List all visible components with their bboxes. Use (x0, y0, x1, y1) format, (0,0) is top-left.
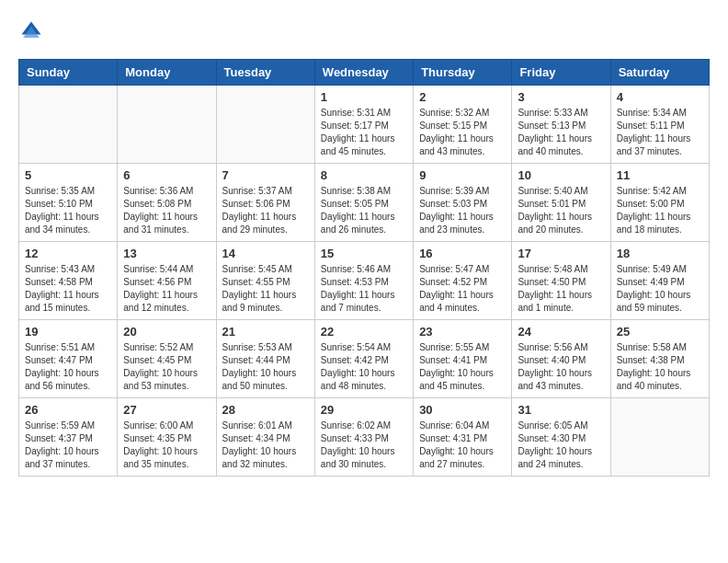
day-number: 30 (419, 403, 506, 417)
day-info: Sunrise: 5:46 AM Sunset: 4:53 PM Dayligh… (321, 263, 407, 315)
day-cell: 7Sunrise: 5:37 AM Sunset: 5:06 PM Daylig… (216, 164, 314, 242)
day-cell: 11Sunrise: 5:42 AM Sunset: 5:00 PM Dayli… (610, 164, 709, 242)
day-cell: 6Sunrise: 5:36 AM Sunset: 5:08 PM Daylig… (118, 164, 216, 242)
day-cell: 25Sunrise: 5:58 AM Sunset: 4:38 PM Dayli… (610, 320, 709, 398)
week-row-2: 5Sunrise: 5:35 AM Sunset: 5:10 PM Daylig… (19, 164, 710, 242)
day-cell: 19Sunrise: 5:51 AM Sunset: 4:47 PM Dayli… (19, 320, 118, 398)
day-cell: 14Sunrise: 5:45 AM Sunset: 4:55 PM Dayli… (216, 242, 314, 320)
day-info: Sunrise: 5:52 AM Sunset: 4:45 PM Dayligh… (123, 341, 210, 393)
day-cell: 26Sunrise: 5:59 AM Sunset: 4:37 PM Dayli… (19, 398, 118, 477)
day-number: 12 (25, 247, 111, 260)
day-cell: 9Sunrise: 5:39 AM Sunset: 5:03 PM Daylig… (414, 164, 512, 242)
page-header (18, 18, 710, 44)
day-cell: 10Sunrise: 5:40 AM Sunset: 5:01 PM Dayli… (512, 164, 610, 242)
week-row-1: 1Sunrise: 5:31 AM Sunset: 5:17 PM Daylig… (19, 86, 710, 164)
day-info: Sunrise: 6:01 AM Sunset: 4:34 PM Dayligh… (222, 419, 309, 471)
day-number: 29 (321, 403, 407, 417)
day-cell: 23Sunrise: 5:55 AM Sunset: 4:41 PM Dayli… (414, 320, 512, 398)
day-cell: 5Sunrise: 5:35 AM Sunset: 5:10 PM Daylig… (19, 164, 118, 242)
day-info: Sunrise: 5:40 AM Sunset: 5:01 PM Dayligh… (518, 185, 604, 236)
weekday-header-tuesday: Tuesday (216, 60, 314, 86)
day-info: Sunrise: 5:53 AM Sunset: 4:44 PM Dayligh… (222, 341, 309, 393)
weekday-header-sunday: Sunday (19, 60, 118, 86)
day-number: 22 (321, 325, 407, 339)
day-cell: 4Sunrise: 5:34 AM Sunset: 5:11 PM Daylig… (610, 86, 709, 164)
day-cell: 20Sunrise: 5:52 AM Sunset: 4:45 PM Dayli… (118, 320, 216, 398)
day-cell (118, 86, 216, 164)
day-number: 28 (222, 403, 309, 417)
calendar-table: SundayMondayTuesdayWednesdayThursdayFrid… (18, 59, 710, 477)
day-cell: 21Sunrise: 5:53 AM Sunset: 4:44 PM Dayli… (216, 320, 314, 398)
day-number: 13 (123, 247, 210, 260)
week-row-3: 12Sunrise: 5:43 AM Sunset: 4:58 PM Dayli… (19, 242, 710, 320)
day-info: Sunrise: 6:00 AM Sunset: 4:35 PM Dayligh… (123, 419, 210, 471)
day-number: 21 (222, 325, 309, 339)
day-info: Sunrise: 5:49 AM Sunset: 4:49 PM Dayligh… (617, 263, 703, 315)
day-info: Sunrise: 5:33 AM Sunset: 5:13 PM Dayligh… (518, 107, 604, 158)
day-cell: 29Sunrise: 6:02 AM Sunset: 4:33 PM Dayli… (314, 398, 413, 477)
day-cell: 12Sunrise: 5:43 AM Sunset: 4:58 PM Dayli… (19, 242, 118, 320)
day-info: Sunrise: 5:47 AM Sunset: 4:52 PM Dayligh… (419, 263, 506, 315)
weekday-header-monday: Monday (118, 60, 216, 86)
weekday-header-row: SundayMondayTuesdayWednesdayThursdayFrid… (19, 60, 710, 86)
day-cell: 8Sunrise: 5:38 AM Sunset: 5:05 PM Daylig… (314, 164, 413, 242)
day-cell: 22Sunrise: 5:54 AM Sunset: 4:42 PM Dayli… (314, 320, 413, 398)
day-cell (19, 86, 118, 164)
day-number: 5 (25, 168, 111, 182)
day-info: Sunrise: 5:48 AM Sunset: 4:50 PM Dayligh… (518, 263, 604, 315)
day-cell: 24Sunrise: 5:56 AM Sunset: 4:40 PM Dayli… (512, 320, 610, 398)
day-cell: 1Sunrise: 5:31 AM Sunset: 5:17 PM Daylig… (314, 86, 413, 164)
day-info: Sunrise: 5:58 AM Sunset: 4:38 PM Dayligh… (617, 341, 703, 393)
day-cell: 30Sunrise: 6:04 AM Sunset: 4:31 PM Dayli… (414, 398, 512, 477)
day-info: Sunrise: 5:32 AM Sunset: 5:15 PM Dayligh… (419, 107, 506, 158)
day-number: 20 (123, 325, 210, 339)
day-number: 7 (222, 168, 309, 182)
weekday-header-friday: Friday (512, 60, 610, 86)
day-info: Sunrise: 5:59 AM Sunset: 4:37 PM Dayligh… (25, 419, 111, 471)
day-cell: 28Sunrise: 6:01 AM Sunset: 4:34 PM Dayli… (216, 398, 314, 477)
day-number: 15 (321, 247, 407, 260)
weekday-header-saturday: Saturday (610, 60, 709, 86)
day-cell (216, 86, 314, 164)
day-cell: 15Sunrise: 5:46 AM Sunset: 4:53 PM Dayli… (314, 242, 413, 320)
day-number: 14 (222, 247, 309, 260)
day-info: Sunrise: 6:02 AM Sunset: 4:33 PM Dayligh… (321, 419, 407, 471)
day-info: Sunrise: 5:51 AM Sunset: 4:47 PM Dayligh… (25, 341, 111, 393)
week-row-4: 19Sunrise: 5:51 AM Sunset: 4:47 PM Dayli… (19, 320, 710, 398)
day-cell: 31Sunrise: 6:05 AM Sunset: 4:30 PM Dayli… (512, 398, 610, 477)
day-number: 26 (25, 403, 111, 417)
day-cell: 18Sunrise: 5:49 AM Sunset: 4:49 PM Dayli… (610, 242, 709, 320)
day-info: Sunrise: 5:44 AM Sunset: 4:56 PM Dayligh… (123, 263, 210, 315)
day-number: 11 (617, 168, 703, 182)
day-cell: 16Sunrise: 5:47 AM Sunset: 4:52 PM Dayli… (414, 242, 512, 320)
day-number: 1 (321, 90, 407, 104)
day-number: 6 (123, 168, 210, 182)
logo-icon (18, 18, 44, 44)
day-number: 18 (617, 247, 703, 260)
day-number: 27 (123, 403, 210, 417)
day-number: 25 (617, 325, 703, 339)
day-number: 4 (617, 90, 703, 104)
day-info: Sunrise: 5:35 AM Sunset: 5:10 PM Dayligh… (25, 185, 111, 236)
day-info: Sunrise: 5:34 AM Sunset: 5:11 PM Dayligh… (617, 107, 703, 158)
day-info: Sunrise: 5:43 AM Sunset: 4:58 PM Dayligh… (25, 263, 111, 315)
day-info: Sunrise: 5:55 AM Sunset: 4:41 PM Dayligh… (419, 341, 506, 393)
day-number: 8 (321, 168, 407, 182)
day-number: 9 (419, 168, 506, 182)
day-cell: 3Sunrise: 5:33 AM Sunset: 5:13 PM Daylig… (512, 86, 610, 164)
day-info: Sunrise: 6:04 AM Sunset: 4:31 PM Dayligh… (419, 419, 506, 471)
day-number: 17 (518, 247, 604, 260)
day-number: 23 (419, 325, 506, 339)
day-info: Sunrise: 5:56 AM Sunset: 4:40 PM Dayligh… (518, 341, 604, 393)
day-cell (610, 398, 709, 477)
weekday-header-wednesday: Wednesday (314, 60, 413, 86)
day-number: 16 (419, 247, 506, 260)
day-info: Sunrise: 5:45 AM Sunset: 4:55 PM Dayligh… (222, 263, 309, 315)
day-info: Sunrise: 5:39 AM Sunset: 5:03 PM Dayligh… (419, 185, 506, 236)
day-info: Sunrise: 5:38 AM Sunset: 5:05 PM Dayligh… (321, 185, 407, 236)
day-number: 19 (25, 325, 111, 339)
day-cell: 2Sunrise: 5:32 AM Sunset: 5:15 PM Daylig… (414, 86, 512, 164)
day-info: Sunrise: 6:05 AM Sunset: 4:30 PM Dayligh… (518, 419, 604, 471)
day-number: 2 (419, 90, 506, 104)
week-row-5: 26Sunrise: 5:59 AM Sunset: 4:37 PM Dayli… (19, 398, 710, 477)
